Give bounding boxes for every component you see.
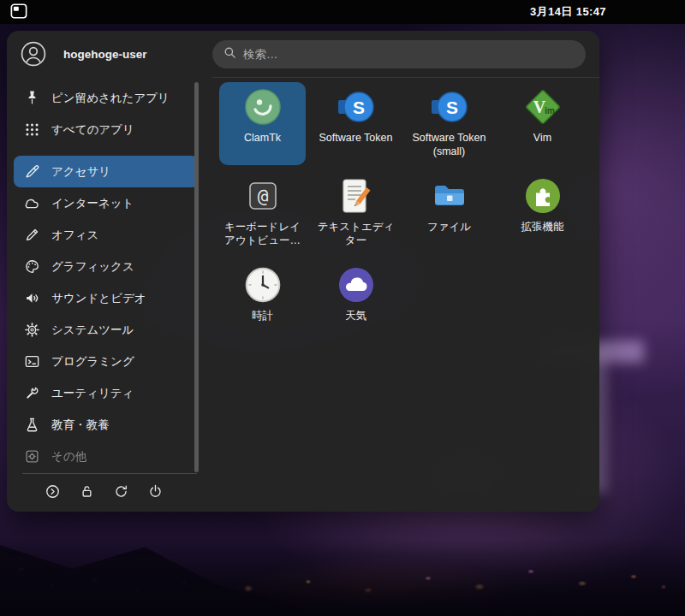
search-input[interactable] bbox=[243, 48, 575, 61]
svg-text:@: @ bbox=[257, 187, 268, 207]
app-label: 天気 bbox=[345, 309, 366, 323]
svg-text:S: S bbox=[445, 98, 457, 117]
app-files[interactable]: ファイル bbox=[406, 171, 492, 254]
sidebar-item-programming[interactable]: プログラミング bbox=[14, 346, 199, 377]
svg-text:im: im bbox=[545, 106, 555, 116]
logout-icon bbox=[45, 483, 61, 502]
cloud-icon bbox=[24, 195, 40, 211]
speaker-icon bbox=[24, 290, 40, 306]
flask-icon bbox=[24, 417, 40, 433]
app-label: 時計 bbox=[252, 309, 273, 323]
clock-icon bbox=[244, 266, 282, 304]
category-sidebar: ピン留めされたアプリ すべてのアプリ アクセサリ インターネット bbox=[7, 77, 212, 512]
sidebar-item-utilities[interactable]: ユーティリティ bbox=[14, 377, 199, 409]
svg-text:S: S bbox=[352, 98, 364, 117]
sidebar-item-accessories[interactable]: アクセサリ bbox=[14, 156, 199, 187]
user-name: hogehoge-user bbox=[63, 48, 147, 61]
power-icon bbox=[147, 483, 164, 502]
search-box[interactable] bbox=[212, 40, 586, 68]
search-icon bbox=[223, 46, 236, 62]
sidebar-item-label: アクセサリ bbox=[51, 164, 110, 180]
applications-menu-button[interactable] bbox=[7, 2, 31, 22]
software-token-icon: S bbox=[431, 88, 468, 126]
app-label: Software Token (small) bbox=[408, 131, 491, 159]
sidebar-scrollbar[interactable] bbox=[194, 82, 199, 472]
sidebar-item-label: オフィス bbox=[51, 228, 98, 243]
sidebar-item-label: すべてのアプリ bbox=[51, 122, 134, 138]
app-label: ClamTk bbox=[244, 131, 281, 145]
app-label: 拡張機能 bbox=[521, 220, 564, 234]
sidebar-item-label: サウンドとビデオ bbox=[51, 291, 146, 306]
pencil-icon bbox=[24, 227, 40, 243]
sidebar-item-pinned-apps[interactable]: ピン留めされたアプリ bbox=[14, 82, 199, 114]
extensions-icon bbox=[524, 177, 562, 215]
sidebar-item-system-tools[interactable]: システムツール bbox=[14, 314, 199, 346]
sidebar-item-label: プログラミング bbox=[51, 354, 134, 370]
accessories-icon bbox=[24, 163, 40, 180]
category-list: ピン留めされたアプリ すべてのアプリ アクセサリ インターネット bbox=[7, 82, 212, 472]
wrench-icon bbox=[24, 385, 40, 401]
lock-button[interactable] bbox=[73, 479, 101, 507]
clamtk-icon bbox=[244, 88, 282, 126]
other-icon bbox=[24, 448, 40, 465]
software-token-icon: S bbox=[337, 88, 375, 126]
sidebar-item-label: ピン留めされたアプリ bbox=[51, 91, 170, 106]
applications-icon bbox=[9, 3, 28, 22]
sidebar-item-label: ユーティリティ bbox=[51, 386, 134, 401]
restart-icon bbox=[113, 483, 129, 502]
app-software-token[interactable]: S Software Token bbox=[313, 82, 399, 165]
app-grid: ClamTk S Software Token S Software Token… bbox=[219, 82, 599, 343]
sidebar-item-all-apps[interactable]: すべてのアプリ bbox=[14, 114, 199, 145]
app-software-token-small[interactable]: S Software Token (small) bbox=[406, 82, 492, 165]
app-vim[interactable]: Vim Vim bbox=[499, 82, 586, 165]
sidebar-item-graphics[interactable]: グラフィックス bbox=[14, 251, 199, 282]
desktop: 3月14日 15:47 hogehoge-user ピン留めされた bbox=[0, 0, 685, 616]
app-keyboard-layout-viewer[interactable]: @ キーボードレイアウトビュー… bbox=[219, 171, 306, 254]
grid-icon bbox=[24, 121, 40, 138]
app-label: Software Token bbox=[319, 131, 393, 145]
logout-button[interactable] bbox=[39, 479, 67, 507]
sidebar-item-label: インターネット bbox=[51, 196, 134, 211]
app-menu-panel: hogehoge-user ピン留めされたアプリ すべての bbox=[7, 31, 599, 512]
app-label: テキストエディター bbox=[314, 220, 397, 248]
sidebar-item-label: グラフィックス bbox=[51, 259, 134, 275]
app-clock[interactable]: 時計 bbox=[219, 260, 306, 343]
sidebar-item-label: 教育・教養 bbox=[51, 418, 110, 433]
gear-icon bbox=[24, 322, 40, 338]
session-actions bbox=[7, 474, 212, 512]
palette-icon bbox=[24, 258, 40, 275]
lock-icon bbox=[79, 483, 95, 502]
app-extensions[interactable]: 拡張機能 bbox=[499, 171, 586, 254]
wallpaper-fade bbox=[0, 539, 685, 616]
sidebar-item-office[interactable]: オフィス bbox=[14, 219, 199, 251]
clock-date[interactable]: 3月14日 15:47 bbox=[530, 0, 606, 24]
app-grid-area: ClamTk S Software Token S Software Token… bbox=[212, 77, 599, 512]
weather-icon bbox=[337, 266, 375, 304]
app-label: キーボードレイアウトビュー… bbox=[221, 220, 304, 248]
sidebar-item-education[interactable]: 教育・教養 bbox=[14, 409, 199, 441]
app-text-editor[interactable]: テキストエディター bbox=[313, 171, 399, 254]
pin-icon bbox=[24, 90, 40, 106]
keyboard-layout-icon: @ bbox=[244, 177, 282, 215]
sidebar-item-other[interactable]: その他 bbox=[14, 441, 199, 472]
menu-body: ピン留めされたアプリ すべてのアプリ アクセサリ インターネット bbox=[7, 77, 599, 512]
sidebar-item-internet[interactable]: インターネット bbox=[14, 187, 199, 219]
power-button[interactable] bbox=[141, 479, 170, 507]
restart-button[interactable] bbox=[107, 479, 135, 507]
app-weather[interactable]: 天気 bbox=[313, 260, 399, 343]
user-avatar-icon[interactable] bbox=[21, 41, 46, 67]
app-label: Vim bbox=[533, 131, 551, 145]
sidebar-item-label: その他 bbox=[51, 449, 86, 465]
vim-icon: Vim bbox=[524, 88, 562, 126]
app-label: ファイル bbox=[427, 220, 471, 234]
terminal-icon bbox=[24, 353, 40, 370]
sidebar-item-sound-video[interactable]: サウンドとビデオ bbox=[14, 282, 199, 314]
sidebar-item-label: システムツール bbox=[51, 323, 134, 338]
files-icon bbox=[431, 177, 468, 215]
app-clamtk[interactable]: ClamTk bbox=[219, 82, 306, 165]
text-editor-icon bbox=[337, 177, 375, 215]
menu-header: hogehoge-user bbox=[7, 31, 599, 77]
top-bar: 3月14日 15:47 bbox=[0, 0, 685, 24]
